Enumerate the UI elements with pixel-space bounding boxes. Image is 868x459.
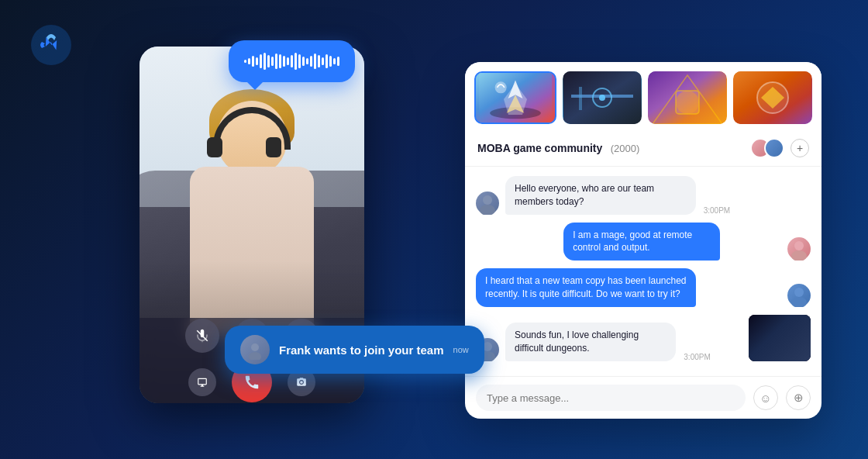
- thumbnail-2[interactable]: [563, 71, 642, 124]
- message-row-1: Hello everyone, who are our team members…: [476, 176, 811, 215]
- svg-rect-30: [764, 330, 795, 350]
- add-member-button[interactable]: +: [790, 139, 809, 157]
- thumbnail-3[interactable]: [648, 71, 727, 124]
- msg-content-4: Sounds fun, I love challenging difficult…: [505, 323, 742, 361]
- chat-title-area: MOBA game community (2000): [477, 141, 639, 155]
- msg-time-1: 3:00PM: [704, 206, 730, 215]
- chat-input-row: ☺ ⊕: [465, 376, 822, 419]
- frank-avatar: [240, 335, 270, 364]
- svg-rect-17: [676, 91, 699, 114]
- msg-bubble-3: I heard that a new team copy has been la…: [476, 268, 696, 307]
- chat-member-count: (2000): [611, 143, 640, 154]
- msg-text-2: I am a mage, good at remote control and …: [573, 230, 692, 254]
- svg-point-31: [773, 333, 786, 346]
- msg-content-3: I heard that a new team copy has been la…: [476, 268, 781, 307]
- svg-rect-28: [749, 315, 811, 361]
- svg-rect-11: [579, 87, 582, 110]
- screen-share-button[interactable]: [188, 368, 216, 396]
- member-avatars: [750, 138, 784, 158]
- messages-area: Hello everyone, who are our team members…: [465, 167, 822, 376]
- join-team-notification[interactable]: Frank wants to join your team now: [225, 326, 484, 374]
- thumbnail-4[interactable]: [733, 71, 812, 124]
- head: [217, 101, 287, 174]
- svg-rect-32: [772, 336, 787, 344]
- body: [190, 167, 314, 337]
- msg-bubble-1: Hello everyone, who are our team members…: [505, 176, 696, 215]
- msg-bubble-2: I am a mage, good at remote control and …: [563, 223, 720, 261]
- svg-point-21: [480, 205, 495, 215]
- msg-avatar-3: [787, 284, 811, 307]
- person-figure: [167, 78, 337, 341]
- svg-point-8: [495, 81, 507, 93]
- svg-point-20: [483, 195, 492, 205]
- svg-point-26: [483, 342, 492, 351]
- chat-header: MOBA game community (2000) +: [465, 130, 822, 167]
- svg-point-25: [791, 297, 807, 307]
- notification-text: Frank wants to join your team: [279, 343, 444, 357]
- message-row-2: I am a mage, good at remote control and …: [476, 223, 811, 261]
- chat-input[interactable]: [476, 385, 746, 411]
- notification-time: now: [453, 345, 469, 354]
- emoji-button[interactable]: ☺: [753, 385, 778, 410]
- svg-rect-29: [753, 319, 807, 357]
- message-row-4: Sounds fun, I love challenging difficult…: [476, 323, 742, 361]
- headset-right-ear: [266, 137, 281, 157]
- svg-point-13: [599, 95, 605, 101]
- game-thumbnails-row: [465, 62, 822, 130]
- svg-point-24: [794, 288, 804, 297]
- voice-waveform-bubble: [229, 40, 355, 82]
- thumbnail-1[interactable]: [474, 71, 556, 124]
- msg-content-2: I am a mage, good at remote control and …: [563, 223, 781, 261]
- attachment-button[interactable]: ⊕: [786, 385, 811, 410]
- chat-header-right: +: [750, 138, 809, 158]
- msg-time-4: 3:00PM: [684, 353, 710, 361]
- message-row-3: I heard that a new team copy has been la…: [476, 268, 811, 307]
- svg-point-23: [791, 250, 807, 261]
- msg-text-4: Sounds fun, I love challenging difficult…: [515, 330, 639, 354]
- msg-text-3: I heard that a new team copy has been la…: [485, 275, 687, 299]
- msg-bubble-4: Sounds fun, I love challenging difficult…: [505, 323, 676, 361]
- msg-text-1: Hello everyone, who are our team members…: [515, 183, 654, 207]
- svg-point-34: [792, 335, 798, 341]
- svg-marker-7: [507, 95, 525, 113]
- msg-avatar-1: [476, 192, 499, 215]
- member-avatar-2: [764, 138, 784, 158]
- msg-content-1: Hello everyone, who are our team members…: [505, 176, 770, 215]
- game-image-preview: [749, 315, 811, 361]
- msg-avatar-2: [787, 237, 811, 261]
- mute-button[interactable]: [185, 319, 219, 353]
- svg-point-22: [794, 241, 804, 250]
- svg-point-0: [31, 25, 71, 65]
- svg-point-5: [490, 107, 541, 119]
- headset-left-ear: [207, 137, 222, 157]
- svg-point-3: [249, 352, 261, 360]
- svg-point-33: [789, 336, 801, 348]
- app-logo: [31, 25, 71, 65]
- chat-title: MOBA game community: [477, 142, 602, 154]
- chat-panel: MOBA game community (2000) + Hello every…: [465, 62, 822, 419]
- svg-point-2: [251, 343, 259, 351]
